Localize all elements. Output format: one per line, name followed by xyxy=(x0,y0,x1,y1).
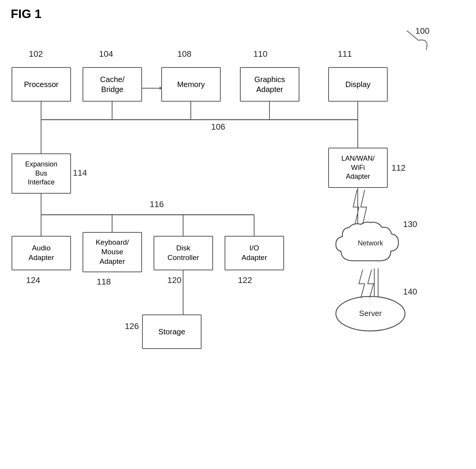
processor-label: Processor xyxy=(24,79,58,89)
lan-wan-box: LAN/WAN/WiFiAdapter xyxy=(328,148,388,188)
keyboard-mouse-label: Keyboard/MouseAdapter xyxy=(96,238,129,266)
ref-110: 110 xyxy=(253,49,268,59)
diagram-container: FIG 1 100 102 104 108 110 111 106 114 11… xyxy=(0,0,476,469)
storage-label: Storage xyxy=(158,327,185,337)
fig-title: FIG 1 xyxy=(11,7,41,21)
display-box: Display xyxy=(328,67,388,102)
cache-bridge-label: Cache/Bridge xyxy=(100,74,124,94)
svg-text:Network: Network xyxy=(358,239,383,247)
io-adapter-box: I/OAdapter xyxy=(225,236,284,270)
lightning-network-server xyxy=(357,268,380,299)
disk-controller-box: DiskController xyxy=(154,236,213,270)
ref-120: 120 xyxy=(167,275,182,285)
lightning-lan-network xyxy=(349,188,372,226)
keyboard-mouse-box: Keyboard/MouseAdapter xyxy=(83,232,142,272)
ref-122: 122 xyxy=(238,275,252,285)
ref-114: 114 xyxy=(73,168,87,178)
graphics-adapter-box: GraphicsAdapter xyxy=(240,67,299,102)
processor-box: Processor xyxy=(12,67,71,102)
io-adapter-label: I/OAdapter xyxy=(241,244,267,262)
ref-111: 111 xyxy=(338,49,352,59)
graphics-adapter-label: GraphicsAdapter xyxy=(254,74,285,94)
ref-118: 118 xyxy=(97,277,111,287)
ref-108: 108 xyxy=(177,49,192,59)
ref-112: 112 xyxy=(392,163,406,173)
ref-126: 126 xyxy=(125,321,139,331)
ref-102: 102 xyxy=(29,49,43,59)
ref-104: 104 xyxy=(99,49,113,59)
ref-116: 116 xyxy=(150,199,164,209)
ref-100: 100 xyxy=(415,26,430,36)
expansion-bus-box: ExpansionBusInterface xyxy=(12,153,71,194)
memory-label: Memory xyxy=(177,79,205,89)
storage-box: Storage xyxy=(142,314,202,349)
audio-adapter-box: AudioAdapter xyxy=(12,236,71,270)
display-label: Display xyxy=(345,79,371,89)
disk-controller-label: DiskController xyxy=(167,244,199,262)
lan-wan-label: LAN/WAN/WiFiAdapter xyxy=(341,154,374,181)
cache-memory-connector xyxy=(141,79,162,98)
memory-box: Memory xyxy=(161,67,221,102)
svg-text:Server: Server xyxy=(359,309,382,318)
ref-124: 124 xyxy=(26,275,40,285)
cache-bridge-box: Cache/Bridge xyxy=(83,67,142,102)
server-ellipse: Server xyxy=(334,295,407,333)
ref-106: 106 xyxy=(211,122,225,132)
expansion-bus-label: ExpansionBusInterface xyxy=(25,160,57,187)
svg-marker-23 xyxy=(160,86,162,90)
audio-adapter-label: AudioAdapter xyxy=(28,244,54,262)
network-cloud: Network xyxy=(334,221,407,270)
